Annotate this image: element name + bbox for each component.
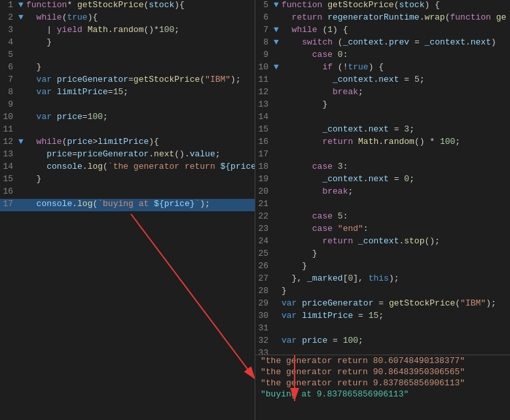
r-lc-23: case "end": — [282, 224, 505, 234]
r-line-8: 8 ▼ switch (_context.prev = _context.nex… — [255, 37, 510, 50]
line-16: 16 — [0, 186, 255, 199]
la-12: ▼ — [18, 137, 26, 147]
r-ln-17: 17 — [255, 149, 274, 159]
r-lc-5: function getStockPrice(stock) { — [282, 0, 505, 10]
ln-4: 4 — [0, 37, 18, 47]
r-ln-23: 23 — [255, 224, 274, 234]
r-ln-25: 25 — [255, 249, 274, 258]
lc-1: function* getStockPrice(stock){ — [26, 0, 249, 10]
line-14: 14 console.log(`the generator return ${p… — [0, 162, 255, 174]
la-1: ▼ — [18, 0, 26, 10]
line-17: 17 console.log(`buying at ${price}`); — [0, 199, 255, 211]
r-ln-30: 30 — [255, 311, 274, 321]
lc-15: } — [26, 174, 249, 184]
r-ln-6: 6 — [255, 12, 274, 22]
console-area: "the generator return 80.60748490138377"… — [255, 355, 510, 420]
r-line-5: 5 ▼ function getStockPrice(stock) { — [255, 0, 510, 12]
r-ln-10: 10 — [255, 62, 274, 72]
ln-16: 16 — [0, 186, 18, 196]
r-lc-29: var priceGenerator = getStockPrice("IBM"… — [282, 298, 505, 308]
r-lc-6: return regeneratorRuntime.wrap(function … — [282, 12, 506, 22]
console-line-2: "the generator return 90.86483950306565" — [255, 366, 510, 377]
r-ln-11: 11 — [255, 75, 274, 84]
r-ln-14: 14 — [255, 112, 274, 122]
r-la-8: ▼ — [274, 37, 282, 47]
ln-17: 17 — [0, 199, 18, 209]
left-code-area: 1 ▼ function* getStockPrice(stock){ 2 ▼ … — [0, 0, 255, 420]
r-ln-18: 18 — [255, 162, 274, 171]
ln-8: 8 — [0, 87, 18, 97]
line-2: 2 ▼ while(true){ — [0, 12, 255, 25]
r-line-11: 11 _context.next = 5; — [255, 75, 510, 87]
r-line-6: 6 return regeneratorRuntime.wrap(functio… — [255, 12, 510, 25]
r-line-15: 15 _context.next = 3; — [255, 124, 510, 137]
r-ln-28: 28 — [255, 286, 274, 296]
r-lc-27: }, _marked[0], this); — [282, 273, 505, 283]
r-lc-8: switch (_context.prev = _context.next) — [282, 37, 505, 47]
ln-7: 7 — [0, 75, 18, 84]
ln-11: 11 — [0, 124, 18, 134]
r-lc-9: case 0: — [282, 50, 505, 60]
console-line-4: "buying at 9.837865856906113" — [255, 389, 510, 400]
ln-9: 9 — [0, 99, 18, 109]
r-line-14: 14 — [255, 112, 510, 124]
r-ln-16: 16 — [255, 137, 274, 147]
r-line-21: 21 — [255, 199, 510, 211]
r-lc-25: } — [282, 249, 505, 258]
r-lc-24: return _context.stop(); — [282, 236, 505, 246]
r-line-12: 12 break; — [255, 87, 510, 99]
r-ln-29: 29 — [255, 298, 274, 308]
r-ln-27: 27 — [255, 273, 274, 283]
ln-3: 3 — [0, 25, 18, 35]
lc-2: while(true){ — [26, 12, 249, 22]
ln-15: 15 — [0, 174, 18, 184]
lc-6: } — [26, 62, 249, 72]
r-lc-13: } — [282, 99, 505, 109]
left-pane: 1 ▼ function* getStockPrice(stock){ 2 ▼ … — [0, 0, 255, 420]
r-lc-26: } — [282, 261, 505, 271]
r-lc-15: _context.next = 3; — [282, 124, 505, 134]
r-line-17: 17 — [255, 149, 510, 162]
r-ln-19: 19 — [255, 174, 274, 184]
r-lc-20: break; — [282, 186, 505, 196]
r-lc-7: while (1) { — [282, 25, 505, 35]
line-11: 11 — [0, 124, 255, 137]
line-10: 10 var price=100; — [0, 112, 255, 124]
r-ln-21: 21 — [255, 199, 274, 209]
r-la-7: ▼ — [274, 25, 282, 35]
lc-8: var limitPrice=15; — [26, 87, 249, 97]
r-line-24: 24 return _context.stop(); — [255, 236, 510, 249]
line-6: 6 } — [0, 62, 255, 75]
r-lc-32: var price = 100; — [282, 336, 505, 345]
r-ln-20: 20 — [255, 186, 274, 196]
lc-10: var price=100; — [26, 112, 249, 122]
line-1: 1 ▼ function* getStockPrice(stock){ — [0, 0, 255, 12]
editor-container: 1 ▼ function* getStockPrice(stock){ 2 ▼ … — [0, 0, 510, 420]
r-ln-31: 31 — [255, 323, 274, 333]
r-line-23: 23 case "end": — [255, 224, 510, 236]
r-line-19: 19 _context.next = 0; — [255, 174, 510, 186]
console-line-1: "the generator return 80.60748490138377" — [255, 355, 510, 366]
r-ln-24: 24 — [255, 236, 274, 246]
r-ln-22: 22 — [255, 211, 274, 221]
lc-17: console.log(`buying at ${price}`); — [26, 199, 249, 209]
r-line-18: 18 case 3: — [255, 162, 510, 174]
r-ln-15: 15 — [255, 124, 274, 134]
r-ln-8: 8 — [255, 37, 274, 47]
r-line-22: 22 case 5: — [255, 211, 510, 224]
lc-13: price=priceGenerator.next().value; — [26, 149, 249, 159]
la-2: ▼ — [18, 12, 26, 22]
ln-2: 2 — [0, 12, 18, 22]
r-ln-9: 9 — [255, 50, 274, 60]
r-line-26: 26 } — [255, 261, 510, 273]
r-ln-26: 26 — [255, 261, 274, 271]
r-line-16: 16 return Math.random() * 100; — [255, 137, 510, 149]
r-line-27: 27 }, _marked[0], this); — [255, 273, 510, 286]
lc-12: while(price>limitPrice){ — [26, 137, 249, 147]
ln-13: 13 — [0, 149, 18, 159]
r-lc-10: if (!true) { — [282, 62, 505, 72]
lc-7: var priceGenerator=getStockPrice("IBM"); — [26, 75, 249, 84]
r-ln-12: 12 — [255, 87, 274, 97]
ln-14: 14 — [0, 162, 18, 171]
lc-4: } — [26, 37, 249, 47]
